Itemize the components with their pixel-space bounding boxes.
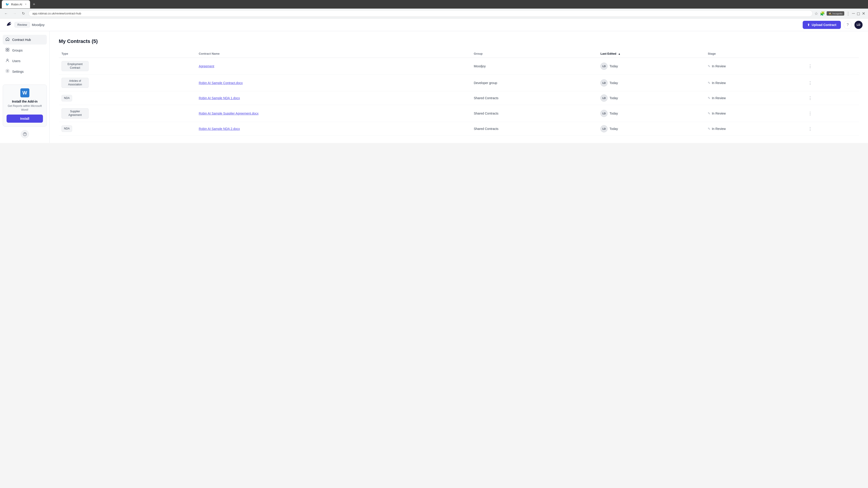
sidebar-label-users: Users	[12, 59, 21, 63]
col-type: Type	[59, 50, 196, 58]
cell-date-4: LD Today	[598, 122, 705, 135]
contract-link-0[interactable]: Agreement	[199, 64, 214, 68]
extensions-icon[interactable]: 🧩	[820, 11, 825, 16]
users-icon	[5, 58, 9, 64]
minimize-icon[interactable]: ─	[852, 11, 855, 16]
contract-link-3[interactable]: Robin AI Sample Supplier Agreement.docx	[199, 111, 258, 115]
address-text: app.robinai.co.uk/review/contract-hub	[32, 12, 81, 15]
org-name: Moodjoy	[32, 23, 45, 27]
table-header: Type Contract Name Group Last Edited ▲ S…	[59, 50, 859, 58]
menu-icon[interactable]: ⋮	[846, 11, 850, 16]
help-icon: ?	[847, 23, 849, 27]
contract-link-4[interactable]: Robin AI Sample NDA 2.docx	[199, 127, 240, 131]
stage-label-3: In Review	[712, 111, 725, 115]
addin-title: Install the Add-in	[6, 100, 43, 103]
more-options-button-4[interactable]: ⋮	[806, 125, 814, 132]
bookmark-icon[interactable]: ☆	[814, 11, 818, 16]
settings-icon	[5, 69, 9, 74]
more-options-button-0[interactable]: ⋮	[806, 63, 814, 70]
cell-group-1: Developer group	[471, 74, 598, 91]
cell-more-4: ⋮	[804, 122, 859, 135]
avatar-0: LD	[600, 63, 608, 70]
svg-point-5	[7, 70, 8, 72]
back-button[interactable]: ←	[3, 10, 9, 17]
address-bar[interactable]: app.robinai.co.uk/review/contract-hub	[29, 10, 813, 17]
group-name-1: Developer group	[474, 81, 497, 85]
cell-date-2: LD Today	[598, 91, 705, 105]
svg-rect-1	[8, 48, 9, 50]
cell-date-3: LD Today	[598, 105, 705, 122]
last-edited-cell-3: LD Today	[600, 110, 702, 117]
active-tab[interactable]: 🐦 Robin AI ×	[2, 0, 30, 8]
stage-cell-0: ✎ In Review	[708, 64, 801, 68]
cell-type-4: NDA	[59, 122, 196, 135]
cell-stage-2: ✎ In Review	[705, 91, 804, 105]
table-row: NDA Robin AI Sample NDA 1.docx Shared Co…	[59, 91, 859, 105]
reload-button[interactable]: ↻	[20, 10, 27, 17]
sidebar-label-settings: Settings	[12, 70, 24, 73]
date-text-4: Today	[610, 127, 618, 131]
group-name-4: Shared Contracts	[474, 127, 498, 131]
sidebar-item-users[interactable]: Users	[3, 56, 47, 66]
group-name-3: Shared Contracts	[474, 111, 498, 115]
cell-name-2: Robin AI Sample NDA 1.docx	[196, 91, 471, 105]
cell-type-1: Articles of Association	[59, 74, 196, 91]
upload-icon: ⬆	[807, 23, 810, 27]
tab-favicon: 🐦	[5, 2, 9, 6]
col-contract-name: Contract Name	[196, 50, 471, 58]
groups-icon	[5, 48, 9, 53]
upload-contract-button[interactable]: ⬆ Upload Contract	[803, 21, 841, 29]
svg-rect-2	[6, 50, 7, 51]
contracts-table: Type Contract Name Group Last Edited ▲ S…	[59, 50, 859, 136]
cell-group-4: Shared Contracts	[471, 122, 598, 135]
stage-icon-2: ✎	[708, 96, 710, 100]
contracts-tbody: Employment Contract Agreement Moodjoy LD…	[59, 58, 859, 136]
avatar-4: LD	[600, 125, 608, 132]
contract-hub-icon	[5, 37, 9, 42]
cell-stage-0: ✎ In Review	[705, 58, 804, 74]
cell-group-0: Moodjoy	[471, 58, 598, 74]
table-row: NDA Robin AI Sample NDA 2.docx Shared Co…	[59, 122, 859, 135]
group-name-2: Shared Contracts	[474, 96, 498, 100]
help-button[interactable]: ?	[844, 21, 852, 29]
header-right: ⬆ Upload Contract ? LD	[803, 21, 863, 29]
svg-point-7	[25, 135, 25, 135]
install-addin-button[interactable]: Install	[6, 115, 43, 123]
forward-button[interactable]: →	[11, 10, 18, 17]
date-text-1: Today	[610, 81, 618, 85]
close-window-icon[interactable]: ✕	[862, 11, 865, 16]
browser-actions: ☆ 🧩 🕵 Incognito ⋮ ─ ◻ ✕	[814, 11, 865, 16]
addin-description: Get Reports within Microsoft Word!	[6, 104, 43, 112]
page-title: My Contracts (5)	[59, 38, 859, 44]
more-options-button-1[interactable]: ⋮	[806, 79, 814, 86]
sidebar-item-settings[interactable]: Settings	[3, 67, 47, 76]
sidebar-label-groups: Groups	[12, 48, 23, 52]
tab-close-button[interactable]: ×	[25, 3, 26, 6]
svg-rect-0	[6, 48, 7, 50]
more-options-button-3[interactable]: ⋮	[806, 110, 814, 117]
stage-cell-2: ✎ In Review	[708, 96, 801, 100]
cell-stage-1: ✎ In Review	[705, 74, 804, 91]
main-layout: Contract Hub Groups Users	[0, 31, 868, 143]
cell-stage-4: ✎ In Review	[705, 122, 804, 135]
user-avatar[interactable]: LD	[855, 21, 863, 29]
sidebar-item-groups[interactable]: Groups	[3, 45, 47, 55]
cell-group-3: Shared Contracts	[471, 105, 598, 122]
support-icon[interactable]	[21, 130, 29, 138]
logo: Review Moodjoy	[5, 21, 44, 29]
contract-link-1[interactable]: Robin AI Sample Contract.docx	[199, 81, 243, 85]
cell-more-0: ⋮	[804, 58, 859, 74]
app-header: Review Moodjoy ⬆ Upload Contract ? LD	[0, 19, 868, 31]
last-edited-cell-1: LD Today	[600, 79, 702, 87]
sidebar: Contract Hub Groups Users	[0, 31, 50, 143]
sidebar-label-contract-hub: Contract Hub	[12, 38, 31, 41]
contract-link-2[interactable]: Robin AI Sample NDA 1.docx	[199, 96, 240, 100]
restore-icon[interactable]: ◻	[857, 11, 860, 16]
sidebar-item-contract-hub[interactable]: Contract Hub	[3, 35, 47, 44]
date-text-2: Today	[610, 96, 618, 100]
new-tab-button[interactable]: +	[31, 1, 37, 8]
stage-cell-4: ✎ In Review	[708, 127, 801, 131]
stage-cell-3: ✎ In Review	[708, 111, 801, 115]
more-options-button-2[interactable]: ⋮	[806, 95, 814, 101]
col-last-edited[interactable]: Last Edited ▲	[598, 50, 705, 58]
